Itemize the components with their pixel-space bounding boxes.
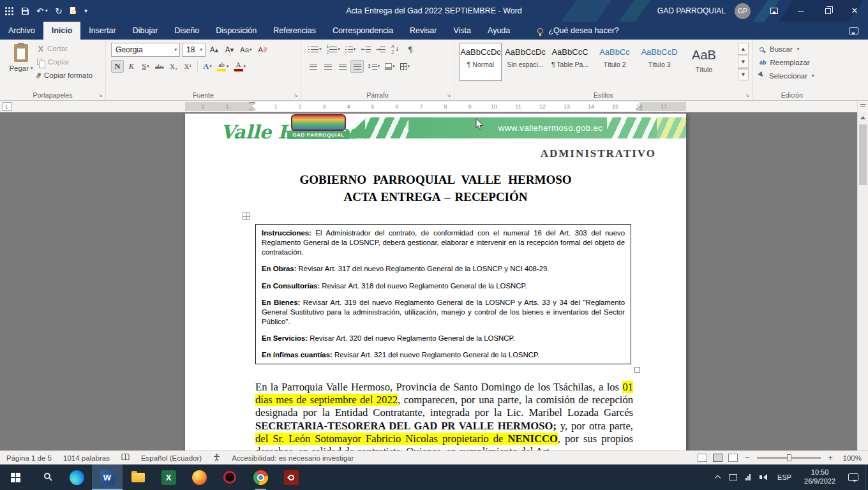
styles-scroll-down-button[interactable]: ▼ bbox=[738, 56, 749, 68]
scrollbar-thumb[interactable] bbox=[859, 124, 867, 185]
print-preview-button[interactable] bbox=[70, 7, 77, 15]
taskbar-edge[interactable] bbox=[61, 464, 92, 490]
taskbar-excel[interactable]: X bbox=[153, 464, 184, 490]
shading-button[interactable]: ▾ bbox=[383, 60, 397, 73]
styles-scroll-up-button[interactable]: ▲ bbox=[738, 43, 749, 55]
undo-button[interactable]: ↶▾ bbox=[36, 7, 47, 15]
taskbar-word[interactable]: W bbox=[92, 464, 123, 490]
start-button[interactable] bbox=[0, 464, 31, 490]
qat-customize-button[interactable]: ▾ bbox=[84, 8, 87, 14]
taskbar-clock[interactable]: 10:50 26/9/2022 bbox=[798, 468, 842, 486]
save-button[interactable] bbox=[22, 8, 29, 15]
tab-dibujar[interactable]: Dibujar bbox=[124, 22, 167, 40]
select-button[interactable]: Seleccionar ▾ bbox=[760, 72, 814, 80]
table-resize-handle[interactable] bbox=[634, 367, 640, 373]
align-left-button[interactable] bbox=[306, 60, 320, 73]
grow-font-button[interactable]: A▴ bbox=[207, 43, 221, 57]
style-table-paragraph[interactable]: AaBbCcC ¶ Table Pa... bbox=[549, 43, 591, 81]
paste-button[interactable]: Pegar▾ bbox=[6, 43, 36, 72]
taskbar-acrobat[interactable] bbox=[276, 464, 306, 490]
zoom-in-button[interactable]: + bbox=[827, 453, 834, 463]
keyboard-language[interactable]: ESP bbox=[771, 473, 798, 481]
taskbar-search-button[interactable] bbox=[31, 464, 61, 490]
font-dialog-launcher[interactable]: ↘ bbox=[293, 93, 298, 98]
tab-referencias[interactable]: Referencias bbox=[265, 22, 324, 40]
bold-button[interactable]: N bbox=[111, 60, 124, 73]
volume-tray-icon[interactable] bbox=[756, 474, 771, 480]
taskbar-explorer[interactable] bbox=[123, 464, 153, 490]
decrease-indent-button[interactable]: ← bbox=[359, 43, 373, 56]
account-name[interactable]: GAD PARROQUIAL bbox=[657, 6, 726, 15]
justify-button[interactable] bbox=[350, 60, 364, 73]
font-size-select[interactable]: 18▾ bbox=[182, 43, 206, 57]
format-painter-button[interactable]: Copiar formato bbox=[37, 71, 93, 79]
italic-button[interactable]: K bbox=[125, 60, 138, 73]
taskbar-chrome[interactable] bbox=[245, 464, 276, 490]
tray-expand-button[interactable] bbox=[710, 474, 725, 480]
tab-archivo[interactable]: Archivo bbox=[0, 22, 43, 40]
line-spacing-button[interactable]: ↕▾ bbox=[365, 60, 382, 73]
underline-button[interactable]: S▾ bbox=[139, 60, 152, 73]
show-desktop-button[interactable] bbox=[865, 464, 868, 490]
highlight-button[interactable]: ab ▾ bbox=[215, 60, 231, 73]
style-normal[interactable]: AaBbCcDc ¶ Normal bbox=[460, 43, 502, 81]
taskbar-opera[interactable] bbox=[214, 464, 245, 490]
restore-button[interactable] bbox=[814, 0, 841, 22]
zoom-slider[interactable] bbox=[757, 457, 821, 459]
style-titulo[interactable]: AaB Título bbox=[683, 43, 725, 81]
copy-button[interactable]: Copiar bbox=[37, 58, 70, 66]
tab-correspondencia[interactable]: Correspondencia bbox=[324, 22, 401, 40]
subscript-button[interactable]: X₂ bbox=[167, 60, 180, 73]
horizontal-ruler[interactable]: L 211234567891011121314151617 bbox=[0, 101, 868, 112]
comments-button[interactable] bbox=[849, 22, 858, 40]
network-tray-icon[interactable] bbox=[740, 474, 756, 480]
tab-vista[interactable]: Vista bbox=[445, 22, 479, 40]
page-indicator[interactable]: Página 1 de 5 bbox=[6, 454, 52, 462]
align-right-button[interactable] bbox=[336, 60, 349, 73]
zoom-out-button[interactable]: − bbox=[744, 453, 751, 463]
sort-button[interactable]: AZ↓ bbox=[389, 43, 402, 56]
multilevel-list-button[interactable]: ▾ bbox=[343, 43, 358, 56]
find-button[interactable]: Buscar ▾ bbox=[760, 45, 799, 53]
table-move-handle[interactable] bbox=[243, 212, 250, 220]
instructions-table[interactable]: Instrucciones: El Administrador del cont… bbox=[255, 224, 631, 364]
clear-format-button[interactable]: A bbox=[256, 43, 269, 57]
taskbar-firefox[interactable] bbox=[184, 464, 214, 490]
vertical-scrollbar[interactable] bbox=[857, 112, 868, 450]
tab-ayuda[interactable]: Ayuda bbox=[479, 22, 518, 40]
shrink-font-button[interactable]: A▾ bbox=[223, 43, 236, 57]
cut-button[interactable]: Cortar bbox=[37, 45, 68, 52]
document-page[interactable]: Valle Hermoso GAD PARROQUIAL www.vallehe… bbox=[185, 114, 686, 450]
tell-me-search[interactable]: ¿Qué desea hacer? bbox=[537, 22, 619, 40]
replace-button[interactable]: ab Reemplazar bbox=[760, 59, 810, 66]
scroll-up-button[interactable] bbox=[858, 112, 868, 123]
superscript-button[interactable]: X² bbox=[181, 60, 194, 73]
styles-dialog-launcher[interactable]: ↘ bbox=[745, 93, 750, 98]
clipboard-dialog-launcher[interactable]: ↘ bbox=[98, 93, 103, 98]
text-effects-button[interactable]: A▾ bbox=[201, 60, 214, 73]
zoom-slider-thumb[interactable] bbox=[787, 454, 791, 461]
show-paragraph-marks-button[interactable]: ¶ bbox=[403, 43, 417, 56]
proofing-icon[interactable] bbox=[121, 454, 130, 462]
change-case-button[interactable]: Aa▾ bbox=[238, 43, 254, 57]
close-button[interactable]: × bbox=[841, 0, 868, 22]
align-center-button[interactable] bbox=[321, 60, 334, 73]
style-titulo-3[interactable]: AaBbCcD Título 3 bbox=[638, 43, 680, 81]
print-layout-button[interactable] bbox=[713, 454, 722, 462]
bullets-button[interactable]: ▾ bbox=[306, 43, 324, 56]
ruler-toggle[interactable] bbox=[857, 101, 868, 112]
display-tray-icon[interactable] bbox=[725, 474, 740, 480]
tab-insertar[interactable]: Insertar bbox=[80, 22, 124, 40]
tab-diseno[interactable]: Diseño bbox=[166, 22, 207, 40]
action-center-button[interactable] bbox=[842, 473, 865, 481]
tab-inicio[interactable]: Inicio bbox=[43, 22, 81, 40]
minimize-button[interactable] bbox=[788, 0, 814, 22]
ribbon-display-options-button[interactable] bbox=[761, 0, 788, 22]
accessibility-status[interactable]: Accesibilidad: es necesario investigar bbox=[232, 454, 354, 462]
web-layout-button[interactable] bbox=[728, 454, 738, 462]
increase-indent-button[interactable]: → bbox=[374, 43, 388, 56]
font-color-button[interactable]: A ▾ bbox=[232, 60, 248, 73]
borders-button[interactable]: ▾ bbox=[398, 60, 412, 73]
styles-more-button[interactable]: ▼ bbox=[738, 68, 749, 80]
numbering-button[interactable]: 12▾ bbox=[325, 43, 342, 56]
